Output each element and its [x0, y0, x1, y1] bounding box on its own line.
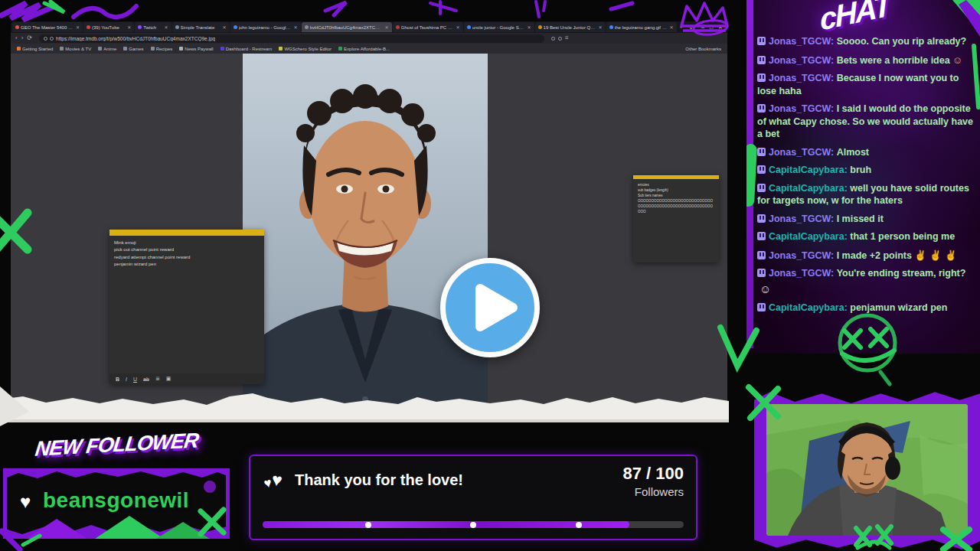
window-controls: – □ ✕: [701, 24, 723, 31]
bookmark-5[interactable]: News Paywall: [179, 47, 213, 51]
refresh-icon[interactable]: ⟳: [27, 35, 32, 41]
note-line: emotes: [638, 183, 714, 188]
tab-close-icon[interactable]: ✕: [165, 24, 168, 30]
browser-tab-6[interactable]: Ghost of Tsushima PC port wi...✕: [393, 22, 463, 32]
bookmark-7[interactable]: WGSchero Style Editor: [279, 47, 332, 51]
back-icon[interactable]: ‹: [15, 35, 18, 41]
bookmark-6[interactable]: Dashboard - Restream: [220, 47, 273, 51]
twitch-badge-icon: [757, 232, 766, 240]
bookmark-favicon: [338, 47, 342, 51]
tab-close-icon[interactable]: ✕: [528, 24, 531, 30]
tab-close-icon[interactable]: ✕: [76, 24, 80, 30]
bookmark-1[interactable]: Movies & TV: [60, 47, 91, 51]
browser-tab-9[interactable]: the leguizamo gang.gif (AVIF Imag...✕: [606, 22, 677, 32]
tab-favicon: [87, 25, 90, 29]
bookmark-label: News Paywall: [185, 47, 213, 51]
sticky-note-right[interactable]: emotessub badges (length)Sub tiers names…: [633, 175, 719, 262]
webcam-container: [754, 389, 980, 551]
browser-tab-4[interactable]: john leguizamo - Google Search✕: [230, 22, 301, 32]
lock-icon: [50, 37, 54, 41]
chat-username[interactable]: CapitalCapybara:: [769, 302, 850, 313]
close-button[interactable]: ✕: [718, 24, 723, 31]
chat-username[interactable]: Jonas_TGCW:: [769, 55, 837, 66]
chat-message-11: CapitalCapybara: penjamun wizard pen: [757, 302, 973, 315]
raised-brow-face-emote-icon: ☺: [760, 282, 973, 297]
twitch-badge-icon: [757, 148, 766, 156]
bold-icon[interactable]: B: [116, 377, 119, 382]
forward-icon[interactable]: ›: [21, 35, 24, 41]
tab-close-icon[interactable]: ✕: [456, 24, 460, 30]
browser-tab-3[interactable]: Simple Translate✕: [172, 22, 230, 32]
chat-title: cHAT: [818, 0, 891, 37]
chat-username[interactable]: Jonas_TGCW:: [769, 36, 837, 47]
new-tab-button[interactable]: +: [678, 24, 686, 31]
bookmark-0[interactable]: Getting Started: [17, 47, 53, 51]
maximize-button[interactable]: □: [710, 24, 713, 31]
bookmark-label: WGSchero Style Editor: [284, 47, 332, 51]
twitch-badge-icon: [757, 184, 766, 192]
tab-close-icon[interactable]: ✕: [670, 24, 674, 30]
laughing-face-emote-icon: ☺: [952, 54, 962, 66]
goal-message: Thank you for the love!: [295, 471, 463, 489]
sticky-note-left[interactable]: Mink emojipick out channel point rewardr…: [109, 230, 264, 384]
chat-username[interactable]: CapitalCapybara:: [769, 231, 850, 242]
chat-username[interactable]: Jonas_TGCW:: [769, 73, 837, 83]
chat-username[interactable]: Jonas_TGCW:: [769, 103, 837, 114]
twitch-badge-icon: [757, 73, 766, 82]
bookmark-label: Anime: [103, 47, 116, 51]
bookmark-3[interactable]: Games: [123, 47, 143, 51]
browser-tab-1[interactable]: (39) YouTube✕: [83, 22, 134, 32]
chat-message-4: Jonas_TGCW: Almost: [757, 146, 973, 159]
tab-close-icon[interactable]: ✕: [127, 24, 131, 30]
goal-count: 87 / 100: [622, 464, 684, 484]
browser-content: Mink emojipick out channel point rewardr…: [11, 54, 727, 417]
other-bookmarks[interactable]: Other Bookmarks: [685, 47, 721, 51]
chat-username[interactable]: CapitalCapybara:: [769, 183, 850, 194]
chat-username[interactable]: Jonas_TGCW:: [769, 214, 837, 224]
tab-close-icon[interactable]: ✕: [223, 24, 227, 30]
extension-icon[interactable]: [551, 37, 555, 41]
note-text[interactable]: emotessub badges (length)Sub tiers names…: [633, 179, 719, 219]
tab-close-icon[interactable]: ✕: [599, 24, 603, 30]
browser-tab-0[interactable]: GEO The Master 5400 World 1✕: [12, 22, 83, 32]
tab-favicon: [175, 25, 179, 29]
tab-label: Twitch: [143, 25, 162, 30]
note-header[interactable]: [109, 230, 264, 236]
chat-message-list[interactable]: Jonas_TGCW: Soooo. Can you rip already?J…: [757, 35, 973, 320]
underline-icon[interactable]: U: [133, 377, 137, 382]
bookmark-favicon: [60, 47, 64, 51]
image-icon[interactable]: ▣: [166, 376, 172, 382]
menu-icon[interactable]: ≡: [565, 35, 569, 41]
play-button[interactable]: [440, 258, 540, 357]
browser-tab-5[interactable]: bvHCdJT0hfbauUCg4max2XTCQ9e.jpg (JPE...✕: [302, 22, 392, 32]
italic-icon[interactable]: I: [126, 377, 127, 382]
streamer-webcam-view: [766, 404, 968, 536]
shield-icon: [44, 37, 47, 41]
chat-username[interactable]: Jonas_TGCW:: [769, 147, 837, 158]
twitch-badge-icon: [757, 303, 766, 311]
browser-address-bar: ‹ › ⟳ https://image.tmdb.org/t/p/w500/bv…: [11, 33, 727, 44]
tab-overflow-icon[interactable]: ⌄: [686, 24, 696, 31]
chat-panel: cHAT Jonas_TGCW: Soooo. Can you rip alre…: [746, 0, 980, 354]
list-icon[interactable]: ≣: [155, 376, 160, 382]
chat-username[interactable]: CapitalCapybara:: [769, 165, 850, 175]
minimize-button[interactable]: –: [701, 24, 704, 31]
bookmark-8[interactable]: Explore Affordable-B...: [338, 47, 390, 51]
chat-message-3: Jonas_TGCW: I said I would do the opposi…: [757, 103, 973, 141]
browser-tab-7[interactable]: uncle junior - Google Search✕: [464, 22, 534, 32]
bookmark-2[interactable]: Anime: [98, 47, 116, 51]
chat-message-5: CapitalCapybara: bruh: [757, 164, 973, 177]
chat-username[interactable]: Jonas_TGCW:: [769, 250, 837, 261]
bookmark-4[interactable]: Recipes: [151, 47, 173, 51]
browser-tab-8[interactable]: 19 Best Uncle Junior Quotes fr...✕: [535, 22, 606, 32]
browser-tab-2[interactable]: Twitch✕: [135, 22, 171, 32]
chat-username[interactable]: Jonas_TGCW:: [769, 268, 837, 279]
chat-text: Bets were a horrible idea: [837, 55, 950, 66]
tab-close-icon[interactable]: ✕: [294, 24, 298, 30]
strikethrough-icon[interactable]: ab: [143, 377, 149, 382]
account-icon[interactable]: [558, 37, 562, 41]
note-text[interactable]: Mink emojipick out channel point rewardr…: [109, 236, 264, 272]
play-icon: [446, 263, 534, 352]
tab-close-icon[interactable]: ✕: [385, 24, 389, 30]
url-input[interactable]: https://image.tmdb.org/t/p/w500/bvHCdJT0…: [39, 34, 544, 43]
